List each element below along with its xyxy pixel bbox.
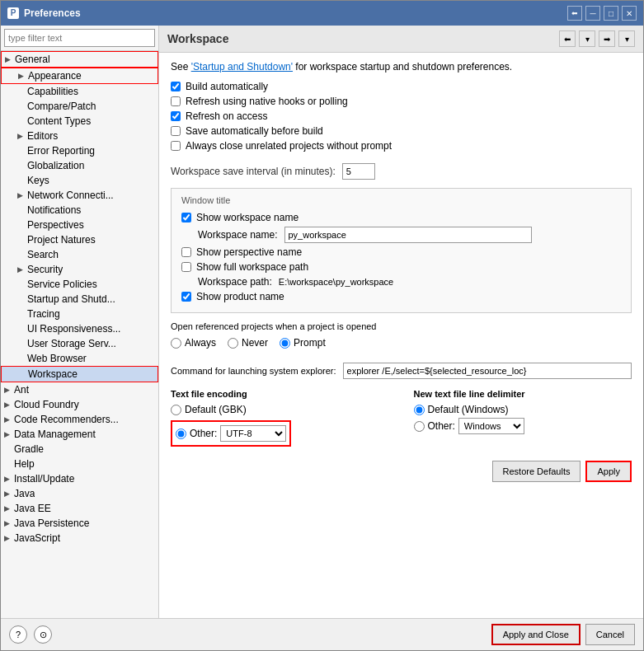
restore-defaults-button[interactable]: Restore Defaults [492,461,581,482]
content-types-label: Content Types [27,115,91,127]
delimiter-select[interactable]: Windows Unix Mac [458,418,524,434]
sidebar-item-user-storage[interactable]: User Storage Serv... [1,336,158,351]
encoding-other-radio[interactable] [176,429,186,439]
sidebar-item-workspace[interactable]: Workspace [1,366,158,382]
appearance-label: Appearance [28,70,82,82]
iu-label: Install/Update [14,473,74,485]
maximize-button[interactable]: □ [604,6,618,21]
command-input[interactable] [343,363,632,379]
command-row: Command for launching system explorer: [171,363,632,379]
open-referenced-section: Open referenced projects when a project … [171,321,632,351]
show-workspace-name-checkbox[interactable] [181,213,191,222]
back-button[interactable]: ⬅ [567,6,582,21]
expand-arrow-jee: ▶ [4,504,12,513]
workspace-name-input[interactable] [284,227,532,243]
sidebar-item-editors[interactable]: ▶ Editors [1,129,158,143]
sidebar-item-javascript[interactable]: ▶ JavaScript [1,531,158,546]
refresh-native-label: Refresh using native hooks or polling [186,96,348,107]
desc-prefix: See [171,61,191,73]
sidebar-item-java-persistence[interactable]: ▶ Java Persistence [1,516,158,531]
never-label: Never [242,337,268,349]
encoding-other-row: Other: UTF-8 UTF-16 GBK ISO-8859-1 [171,420,291,447]
expand-arrow-ant: ▶ [4,386,12,394]
always-label: Always [185,337,216,349]
sidebar-item-project-natures[interactable]: Project Natures [1,232,158,247]
sidebar-item-perspectives[interactable]: Perspectives [1,218,158,232]
delimiter-default-radio[interactable] [414,405,425,415]
sidebar-item-capabilities[interactable]: Capabilities [1,84,158,99]
sidebar-item-code-recommenders[interactable]: ▶ Code Recommenders... [1,412,158,427]
error-reporting-label: Error Reporting [27,145,95,157]
window-icon: P [7,7,19,19]
encoding-default-radio[interactable] [171,405,181,415]
preferences-window: P Preferences ⬅ ─ □ ✕ ▶ General [0,0,644,651]
sidebar-item-service-policies[interactable]: Service Policies [1,277,158,292]
sidebar-item-gradle[interactable]: Gradle [1,442,158,457]
sidebar-item-java[interactable]: ▶ Java [1,486,158,501]
sidebar-item-content-types[interactable]: Content Types [1,114,158,129]
sidebar-item-network[interactable]: ▶ Network Connecti... [1,188,158,203]
sidebar-item-globalization[interactable]: Globalization [1,158,158,173]
filter-input[interactable] [4,29,155,47]
sidebar-item-compare-patch[interactable]: Compare/Patch [1,99,158,114]
close-button[interactable]: ✕ [622,6,637,21]
forward-down-nav-button[interactable]: ▾ [618,30,635,47]
refresh-access-row: Refresh on access [171,110,632,122]
forward-nav-button[interactable]: ➡ [599,30,615,47]
build-auto-checkbox[interactable] [171,82,181,91]
sidebar-item-web-browser[interactable]: Web Browser [1,351,158,366]
delimiter-other-row: Other: Windows Unix Mac [414,418,632,434]
refresh-access-checkbox[interactable] [171,111,181,121]
sidebar-item-help[interactable]: Help [1,457,158,471]
cancel-button[interactable]: Cancel [585,624,635,645]
editors-label: Editors [27,130,58,142]
sidebar-item-notifications[interactable]: Notifications [1,203,158,218]
sidebar-item-data-management[interactable]: ▶ Data Management [1,427,158,442]
always-radio[interactable] [171,338,181,349]
expand-arrow-iu: ▶ [4,475,12,483]
startup-link[interactable]: 'Startup and Shutdown' [191,61,293,73]
back-nav-button[interactable]: ⬅ [559,30,576,47]
sidebar-item-ant[interactable]: ▶ Ant [1,382,158,397]
show-full-path-checkbox[interactable] [181,262,191,272]
sidebar-item-error-reporting[interactable]: Error Reporting [1,143,158,158]
sidebar-item-ui-responsiveness[interactable]: UI Responsiveness... [1,321,158,336]
sidebar-item-startup-shutdown[interactable]: Startup and Shutd... [1,292,158,307]
expand-arrow-general: ▶ [5,55,13,63]
sidebar-item-tracing[interactable]: Tracing [1,307,158,321]
refresh-native-checkbox[interactable] [171,96,181,106]
sidebar-item-search[interactable]: Search [1,247,158,262]
expand-arrow-dm: ▶ [4,430,12,438]
minimize-button[interactable]: ─ [585,6,600,21]
right-body: See 'Startup and Shutdown' for workspace… [159,53,643,618]
info-button[interactable]: ⊙ [34,625,52,644]
show-product-name-checkbox[interactable] [181,292,191,302]
prompt-radio[interactable] [280,338,290,349]
sidebar-item-install-update[interactable]: ▶ Install/Update [1,471,158,486]
sidebar-item-appearance[interactable]: ▶ Appearance [1,68,158,84]
never-radio[interactable] [228,338,238,349]
apply-button[interactable]: Apply [585,461,632,482]
open-referenced-radio-group: Always Never Prompt [171,335,632,351]
sidebar-item-java-ee[interactable]: ▶ Java EE [1,501,158,516]
delimiter-default-row: Default (Windows) [414,404,632,415]
down-nav-button[interactable]: ▾ [579,30,595,47]
keys-label: Keys [27,175,49,186]
encoding-select[interactable]: UTF-8 UTF-16 GBK ISO-8859-1 [220,425,286,442]
apply-close-button[interactable]: Apply and Close [491,624,581,645]
sidebar-item-general[interactable]: ▶ General [1,51,158,68]
window-title-heading: Window title [181,195,621,205]
save-before-build-checkbox[interactable] [171,126,181,136]
sidebar-item-cloud-foundry[interactable]: ▶ Cloud Foundry [1,397,158,412]
sidebar-item-security[interactable]: ▶ Security [1,262,158,277]
page-title: Workspace [167,32,228,45]
delimiter-other-radio[interactable] [414,421,425,432]
help-button[interactable]: ? [9,625,27,644]
search-label: Search [27,249,59,260]
save-interval-input[interactable] [342,163,375,180]
main-content: ▶ General ▶ Appearance Capabilities Comp… [1,26,643,618]
window-title-group: Window title Show workspace name Workspa… [171,188,632,313]
close-unrelated-checkbox[interactable] [171,141,181,151]
sidebar-item-keys[interactable]: Keys [1,173,158,188]
show-perspective-checkbox[interactable] [181,247,191,257]
